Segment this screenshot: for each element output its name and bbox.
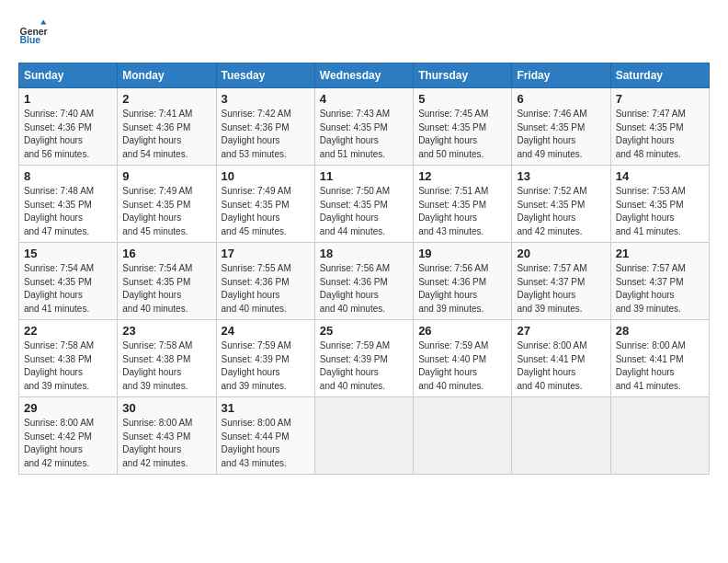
calendar-cell: 23Sunrise: 7:58 AMSunset: 4:38 PMDayligh… [118,320,216,397]
calendar-cell: 28Sunrise: 8:00 AMSunset: 4:41 PMDayligh… [610,320,709,397]
calendar-cell: 29Sunrise: 8:00 AMSunset: 4:42 PMDayligh… [19,397,118,475]
day-detail: Sunrise: 8:00 AMSunset: 4:42 PMDaylight … [24,417,112,470]
day-detail: Sunrise: 7:49 AMSunset: 4:35 PMDaylight … [122,185,210,238]
calendar-cell: 26Sunrise: 7:59 AMSunset: 4:40 PMDayligh… [414,320,512,397]
day-detail: Sunrise: 7:47 AMSunset: 4:35 PMDaylight … [616,108,704,161]
weekday-header-tuesday: Tuesday [216,63,314,88]
calendar-cell [414,397,512,475]
day-number: 11 [320,169,408,183]
weekday-header-monday: Monday [118,63,216,88]
logo-icon: General Blue [18,18,48,48]
calendar-cell: 15Sunrise: 7:54 AMSunset: 4:35 PMDayligh… [19,243,118,320]
calendar-cell: 17Sunrise: 7:55 AMSunset: 4:36 PMDayligh… [216,243,314,320]
day-number: 23 [122,324,210,338]
calendar-cell: 11Sunrise: 7:50 AMSunset: 4:35 PMDayligh… [314,166,413,243]
calendar-cell: 1Sunrise: 7:40 AMSunset: 4:36 PMDaylight… [19,88,118,166]
calendar-cell: 22Sunrise: 7:58 AMSunset: 4:38 PMDayligh… [19,320,118,397]
calendar-cell: 12Sunrise: 7:51 AMSunset: 4:35 PMDayligh… [414,166,512,243]
day-detail: Sunrise: 7:57 AMSunset: 4:37 PMDaylight … [517,262,605,316]
day-number: 18 [320,247,408,260]
calendar-week-row: 8Sunrise: 7:48 AMSunset: 4:35 PMDaylight… [19,166,710,243]
day-number: 1 [24,92,112,106]
day-detail: Sunrise: 7:53 AMSunset: 4:35 PMDaylight … [616,185,704,238]
calendar-cell [512,397,610,475]
day-detail: Sunrise: 8:00 AMSunset: 4:41 PMDaylight … [517,339,605,393]
day-detail: Sunrise: 7:58 AMSunset: 4:38 PMDaylight … [24,339,112,393]
calendar-cell: 31Sunrise: 8:00 AMSunset: 4:44 PMDayligh… [216,397,314,475]
calendar-cell: 3Sunrise: 7:42 AMSunset: 4:36 PMDaylight… [216,88,314,166]
day-detail: Sunrise: 7:56 AMSunset: 4:36 PMDaylight … [418,262,506,316]
day-detail: Sunrise: 7:50 AMSunset: 4:35 PMDaylight … [320,185,408,238]
weekday-header-row: SundayMondayTuesdayWednesdayThursdayFrid… [19,63,710,88]
day-detail: Sunrise: 7:57 AMSunset: 4:37 PMDaylight … [616,262,704,316]
day-number: 7 [616,92,704,106]
calendar-cell: 14Sunrise: 7:53 AMSunset: 4:35 PMDayligh… [610,166,709,243]
day-number: 24 [222,324,310,338]
calendar-cell: 18Sunrise: 7:56 AMSunset: 4:36 PMDayligh… [314,243,413,320]
weekday-header-saturday: Saturday [610,63,709,88]
calendar-cell: 19Sunrise: 7:56 AMSunset: 4:36 PMDayligh… [414,243,512,320]
day-number: 15 [24,247,112,260]
day-number: 20 [517,247,605,260]
calendar-cell: 27Sunrise: 8:00 AMSunset: 4:41 PMDayligh… [512,320,610,397]
day-number: 25 [320,324,408,338]
day-detail: Sunrise: 7:55 AMSunset: 4:36 PMDaylight … [222,262,310,316]
day-detail: Sunrise: 8:00 AMSunset: 4:44 PMDaylight … [222,417,310,470]
day-number: 2 [122,92,210,106]
day-detail: Sunrise: 7:59 AMSunset: 4:39 PMDaylight … [222,339,310,393]
svg-marker-2 [40,20,46,25]
calendar-cell: 9Sunrise: 7:49 AMSunset: 4:35 PMDaylight… [118,166,216,243]
calendar-week-row: 1Sunrise: 7:40 AMSunset: 4:36 PMDaylight… [19,88,710,166]
day-number: 28 [616,324,704,338]
day-detail: Sunrise: 7:56 AMSunset: 4:36 PMDaylight … [320,262,408,316]
weekday-header-friday: Friday [512,63,610,88]
calendar-table: SundayMondayTuesdayWednesdayThursdayFrid… [18,63,710,475]
calendar-cell: 8Sunrise: 7:48 AMSunset: 4:35 PMDaylight… [19,166,118,243]
calendar-cell: 25Sunrise: 7:59 AMSunset: 4:39 PMDayligh… [314,320,413,397]
day-detail: Sunrise: 7:45 AMSunset: 4:35 PMDaylight … [418,108,506,161]
day-detail: Sunrise: 7:41 AMSunset: 4:36 PMDaylight … [122,108,210,161]
calendar-cell: 24Sunrise: 7:59 AMSunset: 4:39 PMDayligh… [216,320,314,397]
weekday-header-thursday: Thursday [414,63,512,88]
day-number: 5 [418,92,506,106]
day-number: 6 [517,92,605,106]
day-number: 19 [418,247,506,260]
day-number: 8 [24,169,112,183]
calendar-week-row: 22Sunrise: 7:58 AMSunset: 4:38 PMDayligh… [19,320,710,397]
day-detail: Sunrise: 7:59 AMSunset: 4:40 PMDaylight … [418,339,506,393]
day-number: 27 [517,324,605,338]
svg-text:Blue: Blue [20,35,41,45]
day-detail: Sunrise: 7:54 AMSunset: 4:35 PMDaylight … [24,262,112,316]
calendar-cell: 10Sunrise: 7:49 AMSunset: 4:35 PMDayligh… [216,166,314,243]
day-detail: Sunrise: 7:43 AMSunset: 4:35 PMDaylight … [320,108,408,161]
day-number: 29 [24,401,112,415]
day-detail: Sunrise: 7:54 AMSunset: 4:35 PMDaylight … [122,262,210,316]
day-detail: Sunrise: 7:51 AMSunset: 4:35 PMDaylight … [418,185,506,238]
calendar-cell: 21Sunrise: 7:57 AMSunset: 4:37 PMDayligh… [610,243,709,320]
day-detail: Sunrise: 7:52 AMSunset: 4:35 PMDaylight … [517,185,605,238]
calendar-cell [610,397,709,475]
calendar-cell: 16Sunrise: 7:54 AMSunset: 4:35 PMDayligh… [118,243,216,320]
day-number: 9 [122,169,210,183]
logo: General Blue [18,18,48,48]
calendar-cell: 7Sunrise: 7:47 AMSunset: 4:35 PMDaylight… [610,88,709,166]
day-number: 13 [517,169,605,183]
day-number: 31 [222,401,310,415]
day-number: 10 [222,169,310,183]
day-detail: Sunrise: 8:00 AMSunset: 4:41 PMDaylight … [616,339,704,393]
day-number: 17 [222,247,310,260]
weekday-header-wednesday: Wednesday [314,63,413,88]
day-detail: Sunrise: 7:58 AMSunset: 4:38 PMDaylight … [122,339,210,393]
day-detail: Sunrise: 7:49 AMSunset: 4:35 PMDaylight … [222,185,310,238]
day-number: 12 [418,169,506,183]
day-detail: Sunrise: 7:48 AMSunset: 4:35 PMDaylight … [24,185,112,238]
day-number: 21 [616,247,704,260]
day-number: 26 [418,324,506,338]
day-detail: Sunrise: 7:40 AMSunset: 4:36 PMDaylight … [24,108,112,161]
calendar-cell: 30Sunrise: 8:00 AMSunset: 4:43 PMDayligh… [118,397,216,475]
day-number: 16 [122,247,210,260]
day-detail: Sunrise: 7:59 AMSunset: 4:39 PMDaylight … [320,339,408,393]
calendar-cell: 4Sunrise: 7:43 AMSunset: 4:35 PMDaylight… [314,88,413,166]
page-header: General Blue [18,18,710,48]
calendar-cell: 2Sunrise: 7:41 AMSunset: 4:36 PMDaylight… [118,88,216,166]
